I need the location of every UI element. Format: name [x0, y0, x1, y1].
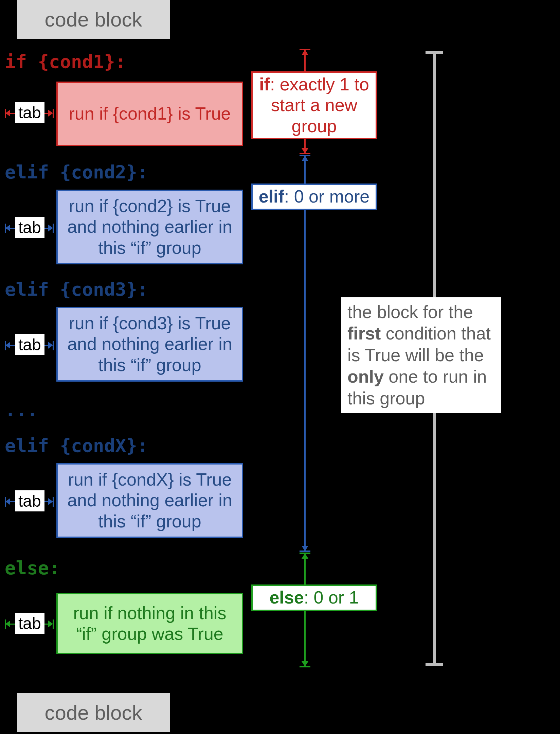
annotation-if-keyword: if — [259, 74, 270, 94]
run-box-elif-2: run if {cond3} is True and nothing earli… — [56, 307, 243, 382]
code-block-label-top: code block — [17, 0, 170, 39]
range-arrow-elif — [304, 156, 306, 550]
run-box-if: run if {cond1} is True — [56, 82, 243, 146]
run-box-elif-x: run if {condX} is True and nothing earli… — [56, 463, 243, 538]
annotation-elif-keyword: elif — [259, 187, 284, 206]
overall-bold-2: only — [347, 367, 384, 386]
code-if: if {cond1}: — [5, 51, 126, 72]
overall-text-1: the block for the — [347, 302, 473, 322]
code-block-label-bottom: code block — [17, 693, 170, 732]
annotation-elif-text: : 0 or more — [284, 187, 369, 206]
annotation-else-keyword: else — [269, 588, 304, 607]
annotation-elif: elif: 0 or more — [251, 184, 377, 210]
run-box-else: run if nothing in this “if” group was Tr… — [56, 593, 243, 654]
overall-annotation: the block for the first condition that i… — [341, 297, 501, 413]
overall-bold-1: first — [347, 324, 381, 343]
annotation-if: if: exactly 1 to start a new group — [251, 71, 377, 139]
annotation-else: else: 0 or 1 — [251, 584, 377, 611]
tab-badge-if: tab — [15, 102, 44, 123]
code-elif-1: elif {cond2}: — [5, 161, 148, 183]
code-elif-2: elif {cond3}: — [5, 279, 148, 300]
code-elif-x: elif {condX}: — [5, 435, 148, 456]
annotation-else-text: : 0 or 1 — [304, 588, 359, 607]
run-box-elif-1: run if {cond2} is True and nothing earli… — [56, 190, 243, 264]
tab-badge-elif-x: tab — [15, 490, 44, 511]
annotation-if-text: : exactly 1 to start a new group — [270, 74, 369, 136]
tab-badge-elif-1: tab — [15, 217, 44, 238]
tab-badge-elif-2: tab — [15, 334, 44, 355]
tab-badge-else: tab — [15, 613, 44, 634]
code-else: else: — [5, 557, 60, 579]
code-ellipsis: ... — [5, 399, 38, 421]
